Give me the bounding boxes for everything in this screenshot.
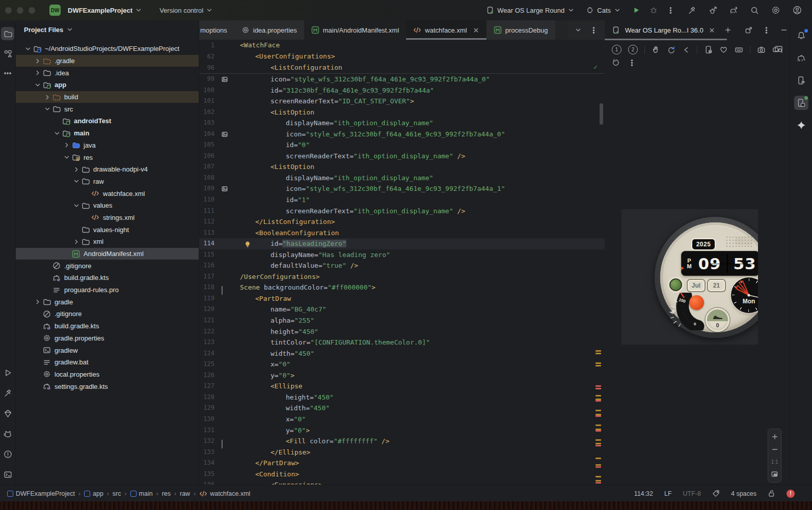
tree-item-main[interactable]: main bbox=[16, 127, 199, 139]
error-stripe-mark[interactable] bbox=[596, 445, 601, 446]
tree-item-values-night[interactable]: values-night bbox=[16, 223, 199, 236]
tab-moptions[interactable]: moptions bbox=[199, 20, 234, 40]
tab-main-AndroidManifest.xml[interactable]: main/AndroidManifest.xml bbox=[304, 20, 407, 40]
warning-stripe-mark[interactable] bbox=[596, 458, 601, 459]
project-view-selector[interactable]: Project Files bbox=[16, 20, 199, 39]
tree-item-gradle[interactable]: gradle bbox=[16, 296, 199, 308]
device-screen[interactable]: 2025 P M 09 53 bbox=[621, 209, 758, 345]
account-icon[interactable] bbox=[793, 6, 802, 15]
tab-watchface.xml[interactable]: watchface.xml bbox=[406, 20, 486, 40]
search-icon[interactable] bbox=[750, 6, 759, 15]
tree-item-local.properties[interactable]: local.properties bbox=[16, 369, 199, 381]
maximize-window-button[interactable] bbox=[29, 7, 35, 14]
back-icon[interactable] bbox=[682, 46, 690, 54]
tree-item-values[interactable]: values bbox=[16, 200, 199, 212]
close-window-button[interactable] bbox=[5, 7, 12, 14]
warning-stripe-mark[interactable] bbox=[596, 350, 601, 352]
tree-item-java[interactable]: java bbox=[16, 139, 199, 152]
tree-item-gradlew.bat[interactable]: gradlew.bat bbox=[16, 356, 199, 369]
hide-panel-icon[interactable] bbox=[780, 26, 788, 34]
reset-icon[interactable] bbox=[612, 59, 620, 67]
tree-chevron-icon[interactable] bbox=[73, 178, 80, 185]
tool-strip-logcat[interactable] bbox=[1, 427, 14, 440]
tree-item-raw[interactable]: raw bbox=[16, 176, 199, 188]
breadcrumb-main[interactable]: main bbox=[130, 490, 153, 497]
breadcrumb-watchface.xml[interactable]: watchface.xml bbox=[199, 490, 250, 498]
tab-processDebug[interactable]: processDebug bbox=[486, 20, 555, 40]
editor-code-area[interactable]: 1<WatchFace62<UserConfigurations>96<List… bbox=[199, 40, 605, 485]
project-menu[interactable]: DWFExampleProject bbox=[68, 7, 142, 14]
warning-stripe-mark[interactable] bbox=[596, 365, 601, 366]
status-LF[interactable]: LF bbox=[664, 490, 672, 497]
tree-chevron-icon[interactable] bbox=[44, 105, 51, 112]
error-stripe-mark[interactable] bbox=[596, 415, 601, 417]
tree-item-build.gradle.kts[interactable]: build.gradle.kts bbox=[16, 272, 199, 284]
tab-idea.properties[interactable]: idea.properties bbox=[234, 20, 304, 40]
zoom-reset-button[interactable]: 1:1 bbox=[771, 459, 778, 465]
warning-stripe-mark[interactable] bbox=[596, 443, 601, 444]
more-actions-button[interactable] bbox=[667, 7, 674, 14]
tool-strip-resource-manager[interactable] bbox=[1, 47, 14, 60]
tree-chevron-icon[interactable] bbox=[34, 298, 41, 305]
version-control-menu[interactable]: Version control bbox=[159, 7, 213, 14]
tool-strip-app-quality-insights[interactable] bbox=[1, 407, 14, 420]
settings-icon[interactable] bbox=[771, 6, 780, 15]
window-controls[interactable] bbox=[5, 7, 35, 14]
minimize-window-button[interactable] bbox=[17, 7, 23, 14]
tree-item-watchface.xml[interactable]: watchface.xml bbox=[16, 187, 199, 200]
tool-strip-running-devices[interactable] bbox=[794, 96, 808, 110]
tree-chevron-icon[interactable] bbox=[34, 81, 41, 89]
rotate-icon[interactable] bbox=[667, 45, 675, 54]
wear-button-2-icon[interactable]: 2 bbox=[628, 45, 638, 54]
tool-strip-build-hammer[interactable] bbox=[1, 386, 14, 400]
device-tab-title[interactable]: Wear OS Large Ro...I 36.0 bbox=[625, 26, 703, 34]
tree-item-xml[interactable]: xml bbox=[16, 236, 199, 248]
error-stripe-mark[interactable] bbox=[596, 400, 601, 402]
warning-stripe-mark[interactable] bbox=[596, 362, 601, 364]
tree-item-AndroidManifest.xml[interactable]: AndroidManifest.xml bbox=[16, 248, 199, 260]
tree-chevron-icon[interactable] bbox=[53, 130, 61, 137]
drawable-preview-icon[interactable] bbox=[221, 76, 228, 83]
zoom-out-icon[interactable] bbox=[771, 446, 778, 453]
tree-item-settings.gradle.kts[interactable]: settings.gradle.kts bbox=[16, 380, 199, 392]
tree-chevron-icon[interactable] bbox=[73, 202, 80, 209]
heart-icon[interactable] bbox=[719, 45, 728, 54]
breadcrumb-raw[interactable]: raw bbox=[180, 490, 190, 497]
tab-options-icon[interactable] bbox=[590, 26, 598, 34]
warning-stripe-mark[interactable] bbox=[596, 410, 601, 411]
editor-scrollbar[interactable] bbox=[600, 103, 603, 125]
run-button[interactable] bbox=[632, 6, 640, 14]
error-stripe-mark[interactable] bbox=[596, 388, 601, 389]
tool-strip-gemini[interactable] bbox=[794, 118, 808, 132]
tree-chevron-icon[interactable] bbox=[24, 45, 32, 52]
profiler-icon[interactable] bbox=[709, 6, 717, 15]
warning-stripe-mark[interactable] bbox=[596, 480, 601, 481]
tree-chevron-icon[interactable] bbox=[44, 94, 51, 101]
inspections-ok-icon[interactable]: ✓ bbox=[593, 63, 598, 71]
tool-strip-gradle[interactable] bbox=[794, 51, 808, 65]
tool-strip-device-manager[interactable] bbox=[794, 73, 808, 88]
breadcrumb-DWFExampleProject[interactable]: DWFExampleProject bbox=[7, 490, 75, 497]
wear-button-1-icon[interactable]: 1 bbox=[612, 45, 621, 54]
tree-item-proguard-rules.pro[interactable]: proguard-rules.pro bbox=[16, 284, 199, 296]
run-configuration-selector[interactable]: Cats bbox=[586, 6, 621, 14]
tree-item-build.gradle.kts[interactable]: build.gradle.kts bbox=[16, 320, 199, 332]
warning-stripe-mark[interactable] bbox=[596, 353, 601, 354]
status-4-spaces[interactable]: 4 spaces bbox=[731, 490, 756, 497]
error-stripe-mark[interactable] bbox=[596, 466, 601, 468]
build-icon[interactable] bbox=[688, 6, 696, 15]
tree-item-.gitignore[interactable]: .gitignore bbox=[16, 260, 199, 272]
tool-strip-notifications[interactable] bbox=[794, 29, 808, 43]
debug-button[interactable] bbox=[649, 6, 658, 14]
tree-chevron-icon[interactable] bbox=[73, 238, 80, 245]
tree-chevron-icon[interactable] bbox=[34, 69, 41, 76]
tree-item-gradle.properties[interactable]: gradle.properties bbox=[16, 332, 199, 345]
tree-chevron-icon[interactable] bbox=[63, 141, 70, 149]
warning-stripe-mark[interactable] bbox=[596, 424, 601, 426]
tool-strip-terminal[interactable] bbox=[1, 468, 14, 481]
hand-icon[interactable] bbox=[652, 45, 660, 54]
tree-item-gradlew[interactable]: gradlew bbox=[16, 344, 199, 356]
warning-stripe-mark[interactable] bbox=[596, 439, 601, 441]
add-device-tab-icon[interactable] bbox=[724, 26, 732, 34]
gradle-sync-icon[interactable] bbox=[729, 6, 738, 15]
